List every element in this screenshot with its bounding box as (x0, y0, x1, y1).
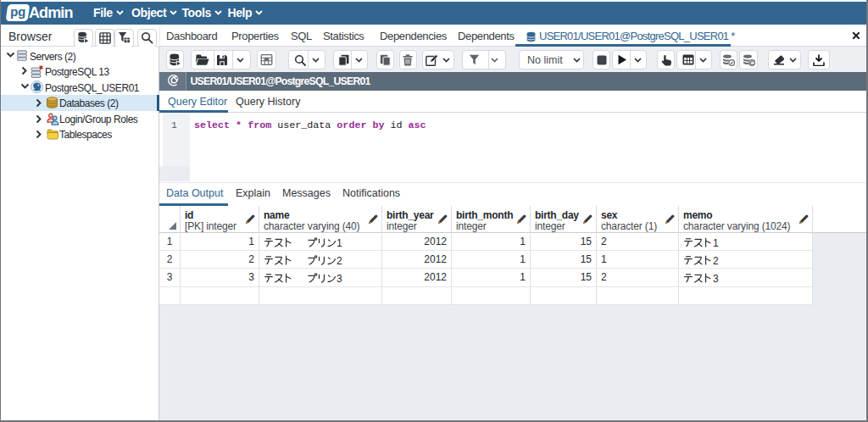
svg-text:1: 1 (337, 237, 342, 249)
svg-text:3: 3 (713, 273, 719, 285)
svg-text:2: 2 (337, 255, 342, 267)
svg-text:1: 1 (713, 237, 719, 249)
svg-text:2: 2 (713, 255, 719, 267)
svg-text:3: 3 (337, 273, 342, 285)
